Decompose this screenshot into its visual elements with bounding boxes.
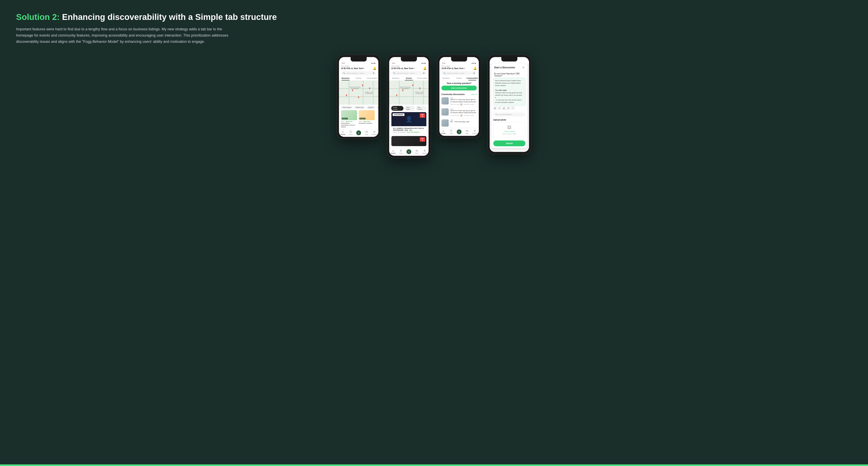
- search-icon-1: 🔍: [343, 72, 345, 74]
- post-tag-2: Cafe: [450, 108, 477, 110]
- filter-icon-2[interactable]: ⚙: [423, 72, 425, 74]
- nav-feed-3[interactable]: ☰ Feed: [447, 129, 455, 134]
- bell-icon-2[interactable]: 🔔: [423, 67, 427, 70]
- phone-1-screen: 9:41 ●●● ▶ Your Location 14 W 47th st, N…: [339, 57, 378, 137]
- event-card-1[interactable]: SANTIBADE DEC22 👤 ALL SUNDAY: OktoberfFe…: [391, 112, 427, 134]
- filter-icon-1[interactable]: ⚙: [373, 72, 374, 74]
- upload-click-text[interactable]: Click to upload: [504, 131, 515, 132]
- underline-tool[interactable]: U: [502, 106, 506, 110]
- nav-settings-3[interactable]: ⚙ Settings: [471, 129, 479, 134]
- business-card-2[interactable]: Resturent 324 ft · Open now Grandma's Ki…: [359, 110, 375, 128]
- event-person-icon-1: 👤: [405, 116, 412, 123]
- search-bar-3[interactable]: 🔍 Search business , event... ⚙: [441, 71, 477, 75]
- phone-3-frame: 9:41 ●●● ▶ Your Location 14 W 47th st, N…: [437, 55, 481, 138]
- nav-feed-1[interactable]: ☰ Feed: [347, 130, 354, 135]
- close-icon[interactable]: ✕: [522, 66, 525, 69]
- fab-2[interactable]: +: [406, 149, 411, 154]
- filter-icon-3[interactable]: ⚙: [473, 72, 475, 74]
- nav-nearby-icon-2: ⌂: [393, 149, 394, 152]
- search-text-3: Search business , event...: [447, 72, 465, 74]
- nav-settings-1[interactable]: ⚙ Settings: [371, 130, 378, 135]
- event-badge-1: SANTIBADE: [393, 113, 404, 116]
- tab-communities-3[interactable]: Communities: [466, 76, 479, 81]
- post-1[interactable]: Cafe HELP!!! Is There any way to get rid…: [439, 96, 479, 107]
- bell-icon-3[interactable]: 🔔: [473, 67, 477, 70]
- fab-3[interactable]: +: [457, 129, 462, 134]
- submit-button[interactable]: Submit: [493, 141, 525, 146]
- search-bar-2[interactable]: 🔍 Search business , event... ⚙: [391, 71, 427, 75]
- business-name-2: Grandma's Kitchen: [359, 122, 375, 124]
- bold-tool[interactable]: B: [493, 106, 497, 110]
- tab-communities-2[interactable]: Communities: [415, 76, 429, 81]
- svg-text:📍: 📍: [418, 87, 421, 90]
- svg-text:📍: 📍: [395, 94, 398, 97]
- tag-placeholder: Tag : e.g. permaculture: [495, 114, 512, 115]
- nav-add-3[interactable]: +: [455, 129, 463, 134]
- tab-business-1[interactable]: Business: [339, 76, 352, 81]
- signal-3: ●●● ▶: [471, 62, 476, 64]
- bell-icon-1[interactable]: 🔔: [373, 67, 376, 70]
- tab-communities-1[interactable]: Communities: [365, 76, 378, 81]
- business-img-2: Resturent: [359, 110, 375, 120]
- chip-organic[interactable]: Organic: [367, 106, 375, 109]
- nav-shop-3[interactable]: 🛍 Shop: [463, 129, 471, 134]
- location-city-3[interactable]: 14 W 47th st, New York: [441, 67, 465, 69]
- nav-add-1[interactable]: +: [354, 130, 363, 135]
- tab-events-3[interactable]: Events: [453, 76, 466, 81]
- fab-1[interactable]: +: [356, 130, 361, 135]
- upload-area[interactable]: 🖼 Click to upload Max. File Size: 18MB: [493, 122, 525, 138]
- nav-nearby-3[interactable]: ⌂ Nearby: [439, 129, 447, 134]
- business-card-1[interactable]: Resturent 324 ft · Open now Greenstreet …: [341, 110, 357, 128]
- location-city-1[interactable]: 14 W 47th st, New York: [341, 67, 364, 69]
- chip-plant-based[interactable]: Plant-based: [341, 106, 353, 109]
- chip-gluten-free[interactable]: Gluten-free: [354, 106, 365, 109]
- post-meta-1: Posted 2h ago Mohamed Khalid: [450, 103, 477, 106]
- phone-4-frame: Start a Discussion ✕ Do you know Spectru…: [487, 55, 531, 154]
- tab-events-2[interactable]: Events: [402, 76, 415, 81]
- nav-shop-1[interactable]: 🛍 Shop: [363, 130, 371, 135]
- join-link-1[interactable]: Send Join Request →: [407, 131, 421, 133]
- nav-add-2[interactable]: +: [405, 149, 413, 154]
- phone-3-screen: 9:41 ●●● ▶ Your Location 14 W 47th st, N…: [439, 57, 479, 136]
- status-bar-1: 9:41 ●●● ▶: [339, 61, 378, 64]
- tab-business-2[interactable]: Business: [389, 76, 402, 81]
- italic-tool[interactable]: I: [498, 106, 501, 110]
- post-img-3: [441, 119, 449, 127]
- submit-area: Submit: [493, 139, 525, 148]
- event-card-2[interactable]: DEC5: [391, 136, 427, 146]
- chip-eco[interactable]: Eco...: [376, 106, 378, 109]
- tab-business-3[interactable]: Business: [439, 76, 453, 81]
- nav-nearby-2[interactable]: ⌂ Nearby: [389, 149, 397, 154]
- more-tool[interactable]: ⋯: [511, 106, 515, 110]
- filter-month[interactable]: This month: [416, 106, 427, 111]
- post-2[interactable]: Cafe HELP!!! Is There any way to get rid…: [439, 107, 479, 118]
- nav-shop-2[interactable]: 🛍 Shop: [413, 149, 421, 154]
- post-3[interactable]: Cafe HE... There any way to get: [439, 118, 479, 128]
- tab-events-1[interactable]: Events: [352, 76, 365, 81]
- filter-chips-1: Plant-based Gluten-free Organic Eco...: [339, 105, 378, 110]
- burning-q-label: Have a burning question?: [441, 82, 477, 84]
- nav-settings-2[interactable]: ⚙ Settings: [421, 149, 429, 154]
- post-img-2: [441, 108, 449, 116]
- time-3: 9:41: [442, 62, 445, 64]
- location-city-2[interactable]: 14 W 47th st, New York: [391, 67, 414, 69]
- link-tool[interactable]: 🔗: [506, 106, 510, 110]
- view-all-link[interactable]: View all: [471, 93, 477, 95]
- nav-nearby-1[interactable]: ⌂ Nearby: [339, 130, 347, 135]
- nav-feed-2[interactable]: ☰ Feed: [397, 149, 405, 154]
- start-discussion-button[interactable]: Start a Discussion: [441, 86, 477, 90]
- filter-week[interactable]: This week: [405, 106, 415, 111]
- discussion-textarea[interactable]: We've partnered with Coastal Green Welln…: [493, 78, 525, 105]
- search-bar-1[interactable]: 🔍 Search business , event... ⚙: [341, 71, 376, 75]
- upload-label: Upload photo: [493, 119, 525, 121]
- map-2: Place Ruchement Fontaineaux Jardin Lucie…: [389, 81, 429, 105]
- svg-text:Jardin Lucien: Jardin Lucien: [365, 91, 373, 93]
- business-distance-2: 324 ft · Open now: [359, 121, 375, 122]
- nav-shop-label-1: Shop: [365, 134, 368, 135]
- filter-today[interactable]: Today events: [391, 106, 403, 111]
- event-by-1: By Jonathen: [398, 131, 406, 133]
- nav-nearby-label-2: Nearby: [391, 153, 396, 154]
- bottom-nav-3: ⌂ Nearby ☰ Feed + 🛍 Shop ⚙: [439, 128, 479, 136]
- nav-feed-label-2: Feed: [399, 153, 403, 154]
- tag-input[interactable]: Tag : e.g. permaculture: [493, 113, 525, 116]
